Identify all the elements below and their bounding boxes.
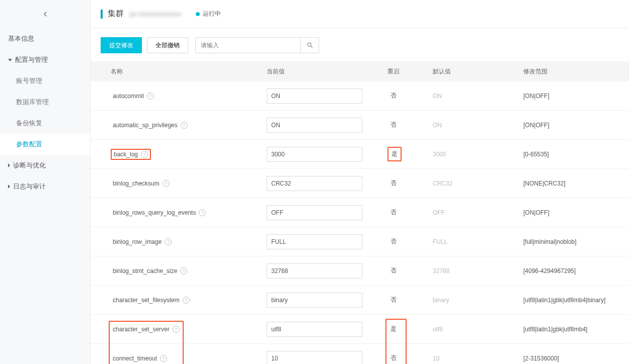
param-name-text: character_set_server [113,326,170,333]
sidebar-item-1[interactable]: 配置与管理 [0,49,90,70]
sidebar-item-6[interactable]: 诊断与优化 [0,155,90,176]
param-name: binlog_rows_query_log_events? [111,208,208,217]
param-name-text: binlog_stmt_cache_size [113,267,177,275]
param-value-input[interactable] [267,293,362,308]
sidebar-item-label: 账号管理 [16,76,42,85]
sidebar-item-label: 参数配置 [16,140,42,149]
status-dot-icon [196,12,200,16]
param-restart: 是 [387,147,402,161]
sidebar-item-0[interactable]: 基本信息 [0,28,90,49]
help-icon[interactable]: ? [173,326,180,333]
param-restart: 否 [387,235,400,248]
sidebar-item-3[interactable]: 数据库管理 [0,92,90,113]
table-row: character_set_server?是utf8[utf8|latin1|g… [91,315,629,344]
param-name-text: automatic_sp_privileges [113,122,178,129]
param-value-input[interactable] [267,176,362,191]
param-name: binlog_checksum? [111,179,172,188]
param-default: ON [433,93,442,100]
sidebar-item-label: 数据库管理 [16,98,49,107]
sidebar-item-5[interactable]: 参数配置 [0,134,90,155]
param-range: [4096-4294967295] [523,267,576,275]
param-name: back_log? [111,149,151,160]
param-value-input[interactable] [267,234,362,249]
sidebar-item-label: 备份恢复 [16,119,42,128]
param-value-input[interactable] [267,263,362,279]
help-icon[interactable]: ? [163,180,170,187]
table-header: 名称 当前值 重启 默认值 修改范围 [91,61,629,81]
help-icon[interactable]: ? [183,297,190,304]
page-title: 集群 [108,9,124,19]
caret-right-icon [8,163,10,167]
param-name-text: binlog_rows_query_log_events [113,209,196,216]
param-name-text: binlog_checksum [113,180,160,187]
param-name: binlog_row_image? [111,237,174,246]
help-icon[interactable]: ? [181,122,188,129]
param-value-input[interactable] [267,322,362,337]
param-default: 3000 [433,151,446,158]
search-button[interactable] [301,37,319,53]
table-row: autocommit?否ON[ON|OFF] [91,81,629,111]
col-header-value: 当前值 [267,67,387,76]
submit-button[interactable]: 提交修改 [101,37,142,53]
param-value-input[interactable] [267,88,362,104]
param-value-input[interactable] [267,147,362,162]
search-icon [306,42,313,49]
help-icon[interactable]: ? [141,151,148,158]
param-range: [utf8|latin1|gbk|utf8mb4] [523,326,587,333]
col-header-range: 修改范围 [523,67,619,76]
param-default: 32768 [433,267,449,275]
param-range: [ON|OFF] [523,209,549,216]
header-accent-bar [101,10,103,19]
svg-line-1 [310,46,312,48]
param-name-text: back_log [114,151,138,158]
param-restart: 是 [387,323,400,335]
table-row: binlog_checksum?否CRC32[NONE|CRC32] [91,169,629,198]
param-default: OFF [433,209,445,216]
param-restart: 否 [387,206,400,219]
table-row: character_set_filesystem?否binary[utf8|la… [91,286,629,315]
sidebar-item-label: 配置与管理 [15,55,48,64]
status-text: 运行中 [203,10,221,18]
param-name: automatic_sp_privileges? [111,121,190,130]
param-range: [ON|OFF] [523,122,549,129]
search-group [195,37,319,53]
table-row: binlog_stmt_cache_size?否32768[4096-42949… [91,256,629,286]
sidebar: 基本信息配置与管理账号管理数据库管理备份恢复参数配置诊断与优化日志与审计 [0,0,91,364]
param-value-input[interactable] [267,205,362,220]
param-name-text: character_set_filesystem [113,297,180,304]
toolbar: 提交修改 全部撤销 [91,28,629,61]
help-icon[interactable]: ? [180,267,187,275]
sidebar-item-4[interactable]: 备份恢复 [0,113,90,134]
param-value-input[interactable] [267,351,362,365]
cluster-id: pc-xxxxxxxxxxxxx [130,10,182,18]
caret-right-icon [8,185,10,189]
caret-down-icon [8,59,12,61]
sidebar-item-label: 基本信息 [8,34,34,43]
param-range: [0-65535] [523,151,549,158]
param-default: FULL [433,238,447,245]
table-row: back_log?是3000[0-65535] [91,140,629,169]
back-button[interactable] [0,0,90,28]
svg-point-0 [307,43,311,46]
param-value-input[interactable] [267,118,362,133]
param-restart: 否 [387,89,400,102]
param-restart: 否 [387,294,400,306]
help-icon[interactable]: ? [165,238,172,245]
param-default: ON [433,122,442,129]
sidebar-item-7[interactable]: 日志与审计 [0,176,90,197]
help-icon[interactable]: ? [160,355,167,362]
param-name-text: connect_timeout [113,355,157,362]
param-default: binary [433,297,449,304]
sidebar-item-2[interactable]: 账号管理 [0,70,90,92]
sidebar-item-label: 诊断与优化 [13,161,46,170]
help-icon[interactable]: ? [147,93,154,100]
param-restart: 否 [387,177,400,190]
param-name: autocommit? [111,92,156,101]
param-default: 10 [433,355,439,362]
param-restart: 否 [387,264,400,277]
param-name-text: autocommit [113,93,144,100]
search-input[interactable] [195,37,301,53]
revert-all-button[interactable]: 全部撤销 [147,37,188,53]
help-icon[interactable]: ? [199,209,206,216]
param-default: CRC32 [433,180,452,187]
